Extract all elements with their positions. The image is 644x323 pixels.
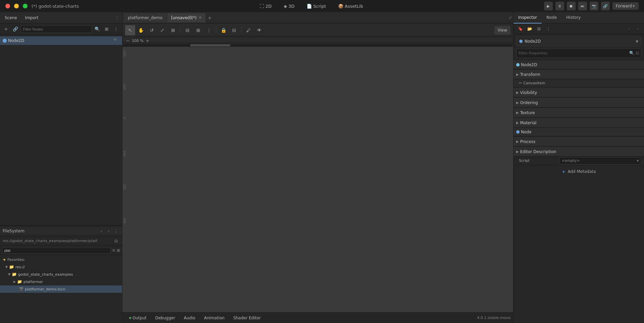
inspector-history-button[interactable]: ⊟ (535, 25, 543, 33)
remote-button[interactable]: 🔗 (601, 2, 610, 10)
tool-snap[interactable]: ⊟ (182, 25, 193, 35)
filesystem-filter-icon: ⊞ (117, 248, 120, 253)
scene-filter-button[interactable]: ⊞ (103, 25, 111, 33)
inspector-prev-button[interactable]: ‹ (625, 25, 633, 33)
fs-item-res[interactable]: ▼ 📁 res:// (0, 263, 122, 271)
section-label: Ordering (520, 100, 538, 105)
add-metadata-button[interactable]: + Add Metadata (514, 167, 644, 177)
mode-3d-icon: ◈ (284, 4, 287, 9)
tool-more[interactable]: ⋮ (204, 25, 214, 35)
filesystem-path-text: res://godot_state_charts_examples/platfo… (3, 239, 111, 243)
tab-audio[interactable]: Audio (180, 314, 199, 322)
section-label: Editor Description (520, 149, 556, 154)
tab-close-button[interactable]: ✕ (199, 15, 202, 20)
tool-scale[interactable]: ⤢ (157, 25, 167, 35)
node2d-label: Node2D (8, 38, 112, 43)
visibility-icon[interactable]: 👁 (113, 38, 119, 44)
section-editor-description[interactable]: ▶ Editor Description (514, 147, 644, 156)
scene-more-button[interactable]: ⋮ (112, 25, 120, 33)
right-panel: Inspector Node History 🔖 📂 ⊟ ⋮ ‹ › Node2… (513, 12, 644, 323)
tool-paint[interactable]: 🖊 (244, 25, 254, 35)
pause-button[interactable]: ⏸ (555, 2, 564, 10)
minimize-button[interactable] (14, 4, 19, 8)
scene-filter-input[interactable] (21, 26, 92, 33)
tab-platformer-demo[interactable]: platformer_demo (124, 13, 166, 22)
mode-3d[interactable]: ◈ 3D (281, 3, 297, 9)
add-tab-button[interactable]: + (206, 15, 213, 20)
filesystem-filter: ✕ ⊞ (0, 246, 122, 255)
tool-select[interactable]: ↖ (125, 25, 135, 35)
scene-panel: Scene Import ⋮ + 🔗 🔍 ⊞ ⋮ Node2D 👁 (0, 12, 122, 226)
fs-item-platformer[interactable]: ▶ 📁 platformer (0, 278, 122, 285)
tab-output[interactable]: Output (125, 314, 151, 322)
tab-history[interactable]: History (561, 12, 585, 24)
section-arrow-icon: ▶ (516, 73, 519, 76)
link-node-button[interactable]: 🔗 (11, 25, 19, 33)
scrollbar-thumb[interactable] (190, 44, 230, 46)
filesystem-filter-clear[interactable]: ✕ (112, 248, 115, 253)
inspector-node2d-header: Node2D (514, 60, 644, 69)
tab-label: [unsaved](*) (171, 15, 197, 20)
tool-grid[interactable]: ⊞ (193, 25, 203, 35)
tab-unsaved[interactable]: [unsaved](*) ✕ (167, 13, 206, 22)
zoom-in-button[interactable]: + (145, 38, 150, 43)
filesystem-filter-input[interactable] (2, 247, 111, 254)
add-node-button[interactable]: + (2, 25, 10, 33)
stop-button[interactable]: ⏹ (567, 2, 576, 10)
section-ordering[interactable]: ▶ Ordering (514, 98, 644, 107)
zoom-level: 100 % (132, 39, 144, 43)
expand-editor-button[interactable]: ⤢ (508, 15, 512, 20)
inspector-next-button[interactable]: › (634, 25, 641, 33)
folder-icon: 📁 (9, 265, 14, 269)
node-selector[interactable]: Node2D ▼ (516, 36, 641, 46)
tab-animation[interactable]: Animation (200, 314, 228, 322)
mode-2d[interactable]: ⛶ 2D (257, 3, 274, 9)
fs-item-platformer-demo[interactable]: 🎬 platformer_demo.tscn (0, 285, 122, 293)
fs-item-godot[interactable]: ▼ 📁 godot_state_charts_examples (0, 271, 122, 278)
fs-item-label: platformer_demo.tscn (25, 287, 65, 291)
inspector-open-button[interactable]: 📂 (526, 25, 534, 33)
section-visibility[interactable]: ▶ Visibility (514, 88, 644, 97)
section-material[interactable]: ▶ Material (514, 118, 644, 128)
tool-rotate[interactable]: ↺ (147, 25, 157, 35)
script-dropdown[interactable]: <empty> ▼ (559, 157, 641, 165)
section-texture[interactable]: ▶ Texture (514, 108, 644, 118)
play-button[interactable]: ▶ (544, 2, 553, 10)
step-button[interactable]: ⏭ (578, 2, 587, 10)
view-button[interactable]: View (494, 26, 511, 35)
scene-options-button[interactable]: ⋮ (115, 15, 119, 20)
tool-group[interactable]: ⊟ (229, 25, 239, 35)
tool-move[interactable]: ✋ (136, 25, 146, 35)
tool-lock[interactable]: 🔒 (218, 25, 228, 35)
tab-shader-editor[interactable]: Shader Editor (229, 314, 265, 322)
mode-script[interactable]: 📄 Script (304, 3, 329, 9)
section-transform[interactable]: ▶ Transform (514, 70, 644, 79)
inspector-content: Node2D ▶ Transform ✏ CanvasItem ▶ Visibi… (514, 59, 644, 323)
forward-plus-label[interactable]: Forward+ (612, 2, 639, 10)
tab-inspector[interactable]: Inspector (514, 12, 542, 24)
maximize-button[interactable] (23, 4, 28, 8)
tool-list[interactable]: ⊞ (168, 25, 178, 35)
fs-split-button[interactable]: ⊟ (113, 238, 119, 244)
fs-back-button[interactable]: ‹ (98, 228, 105, 234)
close-button[interactable] (5, 4, 10, 8)
inspector-bookmark-button[interactable]: 🔖 (516, 25, 524, 33)
scene-search-button[interactable]: 🔍 (93, 25, 101, 33)
filter-options-button[interactable]: ⊟ (636, 51, 639, 55)
camera-button[interactable]: 📷 (590, 2, 598, 10)
bottom-tabs: Output Debugger Audio Animation Shader E… (122, 312, 513, 323)
inspector-options-button[interactable]: ⋮ (544, 25, 552, 33)
tool-eye[interactable]: 👁 (254, 25, 264, 35)
fs-forward-button[interactable]: › (105, 228, 112, 234)
mode-assetlib[interactable]: 📦 AssetLib (335, 3, 366, 9)
zoom-out-button[interactable]: − (125, 38, 130, 43)
tab-debugger[interactable]: Debugger (151, 314, 179, 322)
tree-item-node2d[interactable]: Node2D 👁 (0, 36, 122, 45)
canvas-scrollbar-horizontal[interactable] (122, 43, 513, 47)
scene-tab[interactable]: Scene (3, 15, 19, 21)
fs-options-button[interactable]: ⋮ (113, 228, 119, 234)
section-process[interactable]: ▶ Process (514, 137, 644, 146)
tab-node[interactable]: Node (542, 12, 561, 24)
output-status-dot (129, 317, 131, 319)
import-tab[interactable]: Import (23, 15, 41, 21)
